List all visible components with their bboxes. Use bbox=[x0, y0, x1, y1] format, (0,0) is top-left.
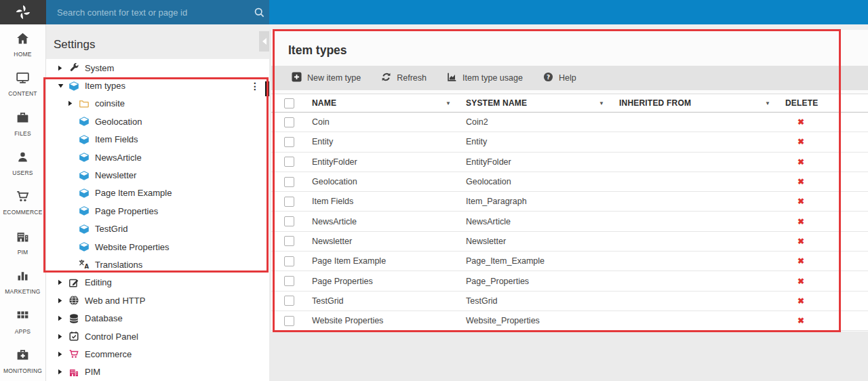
table-row-coin[interactable]: CoinCoin2✖ bbox=[271, 113, 868, 132]
expand-collapsed-icon[interactable] bbox=[68, 100, 79, 106]
collapse-panel-button[interactable] bbox=[259, 31, 269, 52]
tree-item-pim[interactable]: PIM bbox=[46, 363, 269, 381]
cell-system-name: Page_Item_Example bbox=[466, 256, 619, 266]
tree-item-item-types[interactable]: Item types⋮ bbox=[46, 77, 269, 94]
row-checkbox[interactable] bbox=[284, 216, 294, 226]
tree-item-geolocation[interactable]: Geolocation bbox=[46, 113, 269, 130]
column-menu-arrow-icon[interactable]: ▼ bbox=[765, 100, 770, 106]
item-type-usage-button[interactable]: Item type usage bbox=[447, 72, 523, 84]
rail-item-marketing[interactable]: MARKETING bbox=[0, 262, 45, 302]
tree-item-editing[interactable]: Editing bbox=[46, 274, 269, 292]
delete-icon[interactable]: ✖ bbox=[797, 177, 804, 186]
search-input[interactable] bbox=[46, 7, 249, 18]
top-bar bbox=[269, 0, 868, 24]
expand-collapsed-icon[interactable] bbox=[58, 279, 68, 285]
delete-icon[interactable]: ✖ bbox=[797, 137, 804, 146]
delete-icon[interactable]: ✖ bbox=[797, 256, 804, 266]
tree-item-web-and-http[interactable]: Web and HTTP bbox=[46, 292, 269, 309]
tree-item-database[interactable]: Database bbox=[46, 309, 269, 327]
rail-item-monitoring[interactable]: MONITORING bbox=[0, 342, 45, 381]
expand-collapsed-icon[interactable] bbox=[58, 334, 68, 340]
expand-expanded-icon[interactable] bbox=[58, 83, 68, 88]
table-row-entityfolder[interactable]: EntityFolderEntityFolder✖ bbox=[271, 153, 868, 172]
refresh-button[interactable]: Refresh bbox=[381, 72, 427, 84]
tree-item-ecommerce[interactable]: Ecommerce bbox=[46, 345, 269, 363]
cell-system-name: Entity bbox=[466, 137, 619, 146]
delete-icon[interactable]: ✖ bbox=[797, 277, 804, 286]
expand-collapsed-icon[interactable] bbox=[58, 315, 68, 321]
tree-item-testgrid[interactable]: TestGrid bbox=[46, 220, 269, 238]
expand-collapsed-icon[interactable] bbox=[58, 65, 68, 71]
expand-collapsed-icon[interactable] bbox=[58, 369, 68, 375]
cell-system-name: Website_Properties bbox=[466, 316, 619, 325]
table-row-page-properties[interactable]: Page PropertiesPage_Properties✖ bbox=[271, 271, 868, 291]
search-bar bbox=[46, 0, 269, 24]
app-logo[interactable] bbox=[0, 0, 46, 24]
table-row-website-properties[interactable]: Website PropertiesWebsite_Properties✖ bbox=[271, 311, 868, 331]
new-item-type-button[interactable]: New item type bbox=[292, 72, 361, 84]
delete-icon[interactable]: ✖ bbox=[797, 237, 804, 246]
rail-item-apps[interactable]: APPS bbox=[0, 302, 45, 341]
database-icon bbox=[68, 313, 79, 324]
rail-item-ecommerce[interactable]: ECOMMERCE bbox=[0, 183, 45, 222]
table-row-newsletter[interactable]: NewsletterNewsletter✖ bbox=[271, 232, 868, 252]
search-icon[interactable] bbox=[249, 7, 269, 18]
expand-collapsed-icon[interactable] bbox=[58, 298, 68, 304]
cube-icon bbox=[79, 224, 90, 235]
column-menu-arrow-icon[interactable]: ▼ bbox=[446, 100, 451, 106]
delete-icon[interactable]: ✖ bbox=[797, 296, 804, 306]
tree-item-page-item-example[interactable]: Page Item Example bbox=[46, 184, 269, 202]
scrollbar-thumb[interactable] bbox=[265, 81, 269, 96]
delete-icon[interactable]: ✖ bbox=[797, 197, 804, 206]
row-checkbox[interactable] bbox=[284, 157, 294, 167]
row-checkbox[interactable] bbox=[284, 137, 294, 147]
table-row-page-item-example[interactable]: Page Item ExamplePage_Item_Example✖ bbox=[271, 252, 868, 271]
tree-item-newsletter[interactable]: Newsletter bbox=[46, 166, 269, 184]
table-row-newsarticle[interactable]: NewsArticleNewsArticle✖ bbox=[271, 212, 868, 231]
row-checkbox[interactable] bbox=[284, 276, 294, 286]
tree-item-newsarticle[interactable]: NewsArticle bbox=[46, 148, 269, 166]
help-button[interactable]: ?Help bbox=[543, 72, 576, 84]
delete-icon[interactable]: ✖ bbox=[797, 117, 804, 127]
column-header-delete: DELETE bbox=[785, 98, 818, 108]
tree-item-item-fields[interactable]: Item Fields bbox=[46, 131, 269, 148]
row-checkbox[interactable] bbox=[284, 236, 294, 246]
grid-icon bbox=[16, 308, 30, 325]
toolbar: New item typeRefreshItem type usage?Help bbox=[271, 66, 868, 90]
table-row-geolocation[interactable]: GeolocationGeolocation✖ bbox=[271, 172, 868, 192]
table-row-testgrid[interactable]: TestGridTestGrid✖ bbox=[271, 292, 868, 311]
row-checkbox[interactable] bbox=[284, 117, 294, 127]
row-checkbox[interactable] bbox=[284, 256, 294, 266]
tree-item-coinsite[interactable]: coinsite bbox=[46, 95, 269, 113]
tree-item-label: Ecommerce bbox=[85, 349, 132, 359]
delete-icon[interactable]: ✖ bbox=[797, 316, 804, 325]
cube-icon bbox=[79, 134, 90, 145]
rail-item-users[interactable]: USERS bbox=[0, 143, 45, 182]
tree-item-label: NewsArticle bbox=[95, 153, 142, 163]
tree-item-system[interactable]: System bbox=[46, 59, 269, 77]
rail-item-files[interactable]: FILES bbox=[0, 104, 45, 143]
row-checkbox[interactable] bbox=[284, 316, 294, 326]
tree-item-control-panel[interactable]: Control Panel bbox=[46, 327, 269, 345]
rail-item-content[interactable]: CONTENT bbox=[0, 64, 45, 103]
delete-icon[interactable]: ✖ bbox=[797, 157, 804, 167]
table-header-row: NAME▼SYSTEM NAME▼INHERITED FROM▼DELETE bbox=[271, 94, 868, 113]
row-checkbox[interactable] bbox=[284, 177, 294, 187]
tree-item-website-properties[interactable]: Website Properties bbox=[46, 238, 269, 256]
rail-item-pim[interactable]: PIM bbox=[0, 222, 45, 262]
tree-item-page-properties[interactable]: Page Properties bbox=[46, 202, 269, 220]
expand-collapsed-icon[interactable] bbox=[58, 351, 68, 357]
tree-item-translations[interactable]: ATranslations bbox=[46, 256, 269, 273]
row-checkbox[interactable] bbox=[284, 296, 294, 306]
rail-item-home[interactable]: HOME bbox=[0, 24, 45, 64]
table-row-item-fields[interactable]: Item FieldsItem_Paragraph✖ bbox=[271, 192, 868, 212]
column-menu-arrow-icon[interactable]: ▼ bbox=[599, 100, 604, 106]
toolbar-button-label: Item type usage bbox=[462, 73, 523, 83]
table-row-entity[interactable]: EntityEntity✖ bbox=[271, 132, 868, 152]
cell-name: Entity bbox=[312, 137, 466, 146]
home-icon bbox=[16, 31, 30, 48]
delete-icon[interactable]: ✖ bbox=[797, 217, 804, 226]
select-all-checkbox[interactable] bbox=[284, 98, 294, 108]
rail-item-label: PIM bbox=[18, 249, 28, 256]
row-checkbox[interactable] bbox=[284, 197, 294, 207]
